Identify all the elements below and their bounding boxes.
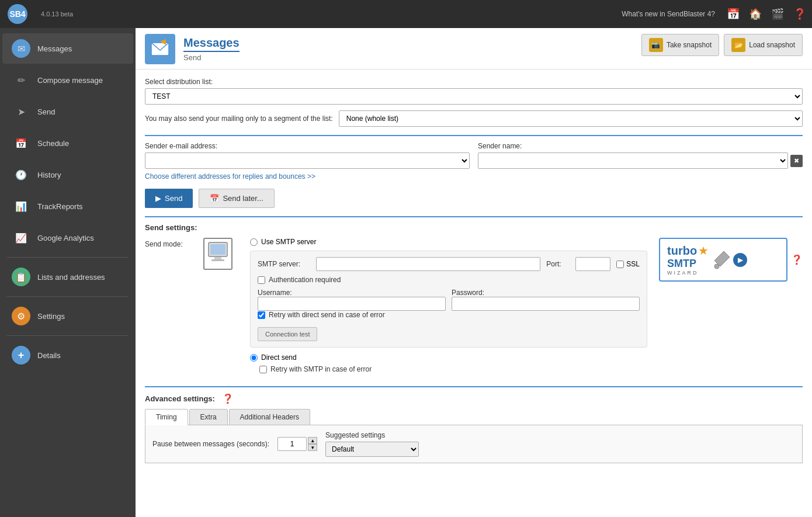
sidebar-item-lists[interactable]: 📋 Lists and addresses: [2, 262, 133, 292]
smtp-label[interactable]: Use SMTP server: [261, 238, 316, 246]
sender-clear-button[interactable]: ✖: [790, 155, 803, 167]
segment-label: You may also send your mailing only to a…: [145, 114, 333, 123]
sidebar-item-compose[interactable]: ✏ Compose message: [2, 65, 133, 95]
sidebar-item-settings[interactable]: ⚙ Settings: [2, 301, 133, 331]
advanced-title: Advanced settings: ❓: [145, 393, 803, 404]
retry-direct-checkbox[interactable]: [258, 311, 265, 319]
computer-icon: [203, 238, 233, 270]
sender-email-select[interactable]: [145, 152, 470, 169]
timing-down-button[interactable]: ▼: [308, 444, 317, 451]
sidebar-item-label: Google Analytics: [37, 234, 94, 242]
sidebar-item-history[interactable]: 🕐 History: [2, 159, 133, 190]
calendar-icon[interactable]: 📅: [727, 8, 740, 20]
password-label: Password:: [452, 289, 504, 297]
timing-input[interactable]: [277, 437, 307, 451]
segment-row: You may also send your mailing only to a…: [145, 110, 803, 127]
turbo-help-icon[interactable]: ❓: [791, 254, 803, 265]
sidebar-item-label: Send: [37, 107, 55, 116]
home-icon[interactable]: 🏠: [749, 8, 762, 20]
film-icon[interactable]: 🎬: [771, 8, 784, 20]
sidebar-item-label: Settings: [37, 312, 65, 321]
connection-test-button[interactable]: Connection test: [258, 327, 317, 341]
timing-row: Pause between messages (seconds): ▲ ▼ Su…: [152, 431, 795, 457]
turbo-wizard-text: WIZARD: [667, 270, 709, 276]
analytics-icon: 📈: [12, 228, 30, 247]
auth-required-label[interactable]: Authentication required: [269, 276, 341, 284]
sender-name-label: Sender name:: [478, 142, 803, 150]
direct-send-label[interactable]: Direct send: [261, 353, 297, 362]
help-icon[interactable]: ❓: [793, 8, 806, 20]
wrench-icon: [713, 250, 731, 270]
header-icon: [145, 34, 175, 64]
advanced-help-icon[interactable]: ❓: [222, 393, 234, 404]
main-layout: ✉ Messages ✏ Compose message ➤ Send 📅 Sc…: [0, 28, 812, 517]
ssl-checkbox[interactable]: [616, 261, 624, 268]
retry-smtp-row: Retry with SMTP in case of error: [259, 365, 647, 373]
take-snapshot-label: Take snapshot: [667, 41, 712, 49]
turbo-actions: ▶: [713, 250, 747, 270]
sidebar-item-label: Messages: [37, 44, 72, 53]
sender-email-wrapper: [145, 152, 470, 169]
smtp-server-row: SMTP server: Port: SSL: [258, 257, 640, 271]
send-settings-row: Send mode: Use SMTP server: [145, 238, 803, 378]
smtp-server-input[interactable]: [316, 257, 540, 271]
auth-required-checkbox[interactable]: [258, 276, 265, 284]
turbo-play-button[interactable]: ▶: [733, 253, 747, 267]
direct-send-radio[interactable]: [250, 354, 258, 362]
segment-select[interactable]: None (whole list): [339, 110, 803, 127]
load-snapshot-icon: 📂: [731, 38, 745, 52]
timing-up-button[interactable]: ▲: [308, 437, 317, 444]
schedule-icon: 📅: [12, 134, 30, 152]
distribution-select[interactable]: TEST: [145, 88, 803, 105]
tab-additional-headers[interactable]: Additional Headers: [229, 409, 310, 425]
tab-timing[interactable]: Timing: [145, 409, 188, 425]
smtp-section: Use SMTP server SMTP server: Port: SSL: [250, 238, 647, 378]
svg-text:SB4: SB4: [9, 9, 25, 19]
smtp-radio[interactable]: [250, 238, 258, 246]
suggested-select[interactable]: Default: [325, 442, 419, 457]
schedule-icon-btn: 📅: [210, 194, 219, 203]
send-settings-title: Send settings:: [145, 223, 803, 232]
divider-2: [145, 216, 803, 217]
sidebar-item-trackreports[interactable]: 📊 TrackReports: [2, 191, 133, 221]
auth-required-row: Authentication required: [258, 276, 640, 284]
sidebar-item-send[interactable]: ➤ Send: [2, 96, 133, 127]
send-later-button[interactable]: 📅 Send later...: [199, 189, 274, 208]
settings-icon: ⚙: [12, 307, 30, 325]
sidebar-item-label: History: [37, 171, 61, 179]
username-input[interactable]: [258, 297, 446, 311]
turbo-box[interactable]: turbo ★ SMTP WIZARD ▶: [659, 238, 787, 282]
sidebar-item-schedule[interactable]: 📅 Schedule: [2, 128, 133, 158]
retry-direct-label[interactable]: Retry with direct send in case of error: [269, 311, 385, 319]
port-input[interactable]: [575, 257, 610, 271]
sidebar-item-messages[interactable]: ✉ Messages: [2, 33, 133, 64]
take-snapshot-button[interactable]: 📷 Take snapshot: [641, 34, 719, 56]
compose-icon: ✏: [12, 71, 30, 89]
retry-direct-row: Retry with direct send in case of error: [258, 311, 640, 319]
sidebar-item-details[interactable]: + Details: [2, 340, 133, 370]
page-title: Messages: [183, 36, 240, 52]
smtp-fields: SMTP server: Port: SSL Authentication: [250, 251, 647, 348]
password-input[interactable]: [452, 297, 640, 311]
sidebar-item-label: Lists and addresses: [37, 273, 105, 282]
load-snapshot-button[interactable]: 📂 Load snapshot: [724, 34, 803, 56]
retry-smtp-checkbox[interactable]: [259, 366, 267, 373]
distribution-row: Select distribution list: TEST: [145, 78, 803, 105]
history-icon: 🕐: [12, 165, 30, 184]
sender-email-label: Sender e-mail address:: [145, 142, 470, 150]
sidebar-item-analytics[interactable]: 📈 Google Analytics: [2, 223, 133, 253]
sidebar-item-label: Compose message: [37, 76, 103, 85]
whats-new-link[interactable]: What's new in SendBlaster 4?: [622, 10, 715, 18]
send-button[interactable]: ▶ Send: [145, 189, 193, 208]
reply-link[interactable]: Choose different addresses for replies a…: [145, 172, 803, 181]
sender-row: Sender e-mail address: Sender name: ✖: [145, 142, 803, 169]
divider-1: [145, 135, 803, 136]
content-header: Messages Send 📷 Take snapshot 📂 Load sna…: [136, 28, 812, 70]
distribution-label: Select distribution list:: [145, 78, 803, 86]
messages-icon: ✉: [12, 39, 30, 58]
retry-smtp-label[interactable]: Retry with SMTP in case of error: [270, 365, 372, 373]
tab-extra[interactable]: Extra: [189, 409, 228, 425]
timing-label: Pause between messages (seconds):: [152, 440, 269, 448]
sender-name-select[interactable]: [478, 152, 788, 169]
advanced-tabs: Timing Extra Additional Headers: [145, 409, 803, 425]
